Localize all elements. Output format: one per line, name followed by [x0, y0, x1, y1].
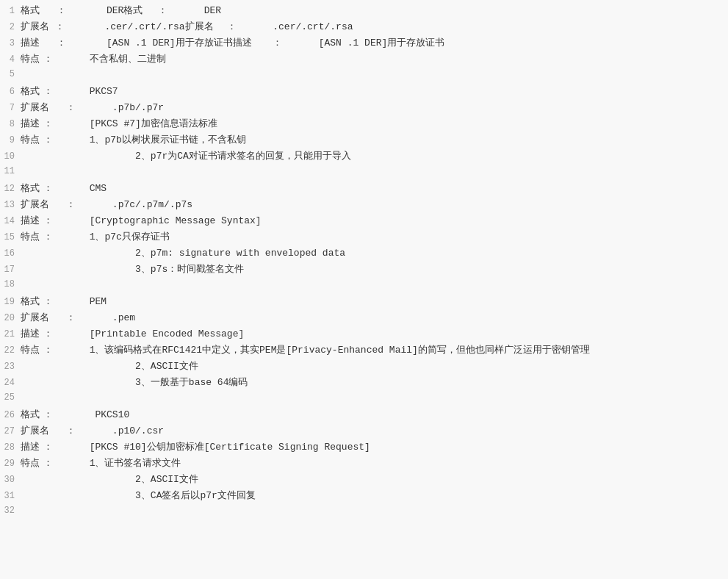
table-row: 2扩展名 ： .cer/.crt/.rsa [0, 19, 728, 35]
table-row: 11 [0, 165, 728, 181]
table-row: 31 3、CA签名后以p7r文件回复 [0, 488, 728, 504]
table-row: 16 2、p7m: signature with enveloped data [0, 245, 728, 262]
line-number: 11 [0, 166, 21, 176]
line-content: 描述 ： [PKCS #7]加密信息语法标准 [21, 117, 728, 130]
table-row: 9特点 ： 1、p7b以树状展示证书链，不含私钥 [0, 132, 728, 148]
main-container: 1格式 ： DER2扩展名 ： .cer/.crt/.rsa3描述 ： [ASN… [0, 0, 728, 579]
line-number: 10 [0, 151, 21, 162]
table-row: 14描述 ： [Cryptographic Message Syntax] [0, 213, 728, 229]
line-content [21, 278, 728, 290]
line-number: 25 [0, 392, 21, 403]
line-content: 特点 ： 1、证书签名请求文件 [21, 456, 728, 470]
table-row: 6格式 ： PKCS7 [0, 84, 728, 100]
table-row: 29特点 ： 1、证书签名请求文件 [0, 456, 728, 472]
table-row: 10 2、p7r为CA对证书请求签名的回复，只能用于导入 [0, 148, 728, 165]
line-content: 格式 ： PKCS10 [21, 408, 728, 421]
line-number: 32 [0, 506, 21, 516]
line-number: 7 [0, 103, 21, 113]
line-content: 扩展名 ： .p10/.csr [21, 424, 728, 437]
table-row: 19格式 ： PEM [0, 294, 728, 310]
line-number: 17 [0, 265, 21, 275]
line-content: 特点 ： 1、p7b以树状展示证书链，不含私钥 [21, 133, 728, 146]
line-content: 描述 ： [Cryptographic Message Syntax] [21, 214, 728, 227]
line-number: 28 [0, 442, 21, 453]
line-number: 19 [0, 297, 21, 307]
line-content: 3、p7s：时间戳签名文件 [21, 262, 728, 276]
table-row: 27扩展名 ： .p10/.csr [0, 423, 728, 439]
line-number: 15 [0, 232, 21, 242]
line-content: 扩展名 ： .pem [21, 311, 728, 324]
table-row: 3描述 ： [ASN .1 DER]用于存放证书 [0, 35, 728, 51]
line-number: 30 [0, 475, 21, 485]
line-content: 描述 ： [ASN .1 DER]用于存放证书 [21, 36, 728, 49]
line-number: 8 [0, 119, 21, 129]
line-number: 24 [0, 378, 21, 388]
line-number: 2 [0, 22, 21, 32]
table-row: 8描述 ： [PKCS #7]加密信息语法标准 [0, 116, 728, 132]
line-content: 扩展名 ： .cer/.crt/.rsa [21, 20, 728, 33]
line-number: 26 [0, 410, 21, 420]
line-content: 2、ASCII文件 [21, 472, 728, 486]
line-number: 23 [0, 362, 21, 372]
line-content: 格式 ： PEM [21, 295, 728, 308]
line-content: 扩展名 ： .p7b/.p7r [21, 101, 728, 114]
table-row: 30 2、ASCII文件 [0, 472, 728, 488]
line-number: 18 [0, 279, 21, 290]
line-number: 13 [0, 200, 21, 210]
table-row: 5 [0, 68, 728, 84]
line-content: 格式 ： CMS [21, 181, 728, 195]
line-content [21, 68, 728, 79]
line-content: 3、一般基于base 64编码 [21, 375, 728, 389]
table-row: 28描述 ： [PKCS #10]公钥加密标准[Certificate Sign… [0, 439, 728, 456]
line-number: 29 [0, 458, 21, 469]
line-number: 14 [0, 216, 21, 226]
line-number: 27 [0, 426, 21, 436]
table-row: 4特点 ： 不含私钥、二进制 [0, 51, 728, 68]
table-row: 23 2、ASCII文件 [0, 359, 728, 375]
line-number: 20 [0, 313, 21, 323]
table-row: 7扩展名 ： .p7b/.p7r [0, 100, 728, 116]
line-number: 9 [0, 135, 21, 145]
table-row: 15特点 ： 1、p7c只保存证书 [0, 229, 728, 245]
line-content [21, 505, 728, 516]
line-number: 21 [0, 329, 21, 339]
line-content: 描述 ： [PKCS #10]公钥加密标准[Certificate Signin… [21, 440, 728, 453]
line-number: 6 [0, 87, 21, 97]
table-row: 18 [0, 278, 728, 294]
table-row: 24 3、一般基于base 64编码 [0, 375, 728, 391]
table-row: 25 [0, 391, 728, 407]
line-content [21, 165, 728, 176]
line-content: 格式 ： DER [21, 4, 728, 17]
line-number: 16 [0, 248, 21, 259]
line-content: 特点 ： 不含私钥、二进制 [21, 52, 728, 65]
line-number: 12 [0, 184, 21, 194]
table-row: 12格式 ： CMS [0, 181, 728, 197]
line-content: 特点 ： 1、p7c只保存证书 [21, 230, 728, 243]
table-row: 17 3、p7s：时间戳签名文件 [0, 262, 728, 278]
line-number: 5 [0, 69, 21, 79]
table-row: 20扩展名 ： .pem [0, 310, 728, 326]
table-row: 1格式 ： DER [0, 3, 728, 19]
table-row: 13扩展名 ： .p7c/.p7m/.p7s [0, 197, 728, 213]
line-content: 2、ASCII文件 [21, 359, 728, 373]
line-content: 特点 ： 1、该编码格式在RFC1421中定义，其实PEM是[Privacy-E… [21, 343, 728, 356]
line-content: 描述 ： [Printable Encoded Message] [21, 327, 728, 340]
line-content [21, 392, 728, 403]
table-row: 32 [0, 504, 728, 520]
line-number: 4 [0, 54, 21, 65]
line-content: 格式 ： PKCS7 [21, 84, 728, 98]
table-row: 21描述 ： [Printable Encoded Message] [0, 326, 728, 342]
line-content: 2、p7r为CA对证书请求签名的回复，只能用于导入 [21, 149, 728, 162]
line-number: 22 [0, 345, 21, 356]
line-number: 3 [0, 38, 21, 48]
line-content: 扩展名 ： .p7c/.p7m/.p7s [21, 198, 728, 211]
table-row: 26格式 ： PKCS10 [0, 407, 728, 423]
line-content: 3、CA签名后以p7r文件回复 [21, 489, 728, 502]
line-number: 31 [0, 491, 21, 501]
line-content: 2、p7m: signature with enveloped data [21, 246, 728, 259]
table-row: 22特点 ： 1、该编码格式在RFC1421中定义，其实PEM是[Privacy… [0, 342, 728, 359]
line-number: 1 [0, 6, 21, 16]
